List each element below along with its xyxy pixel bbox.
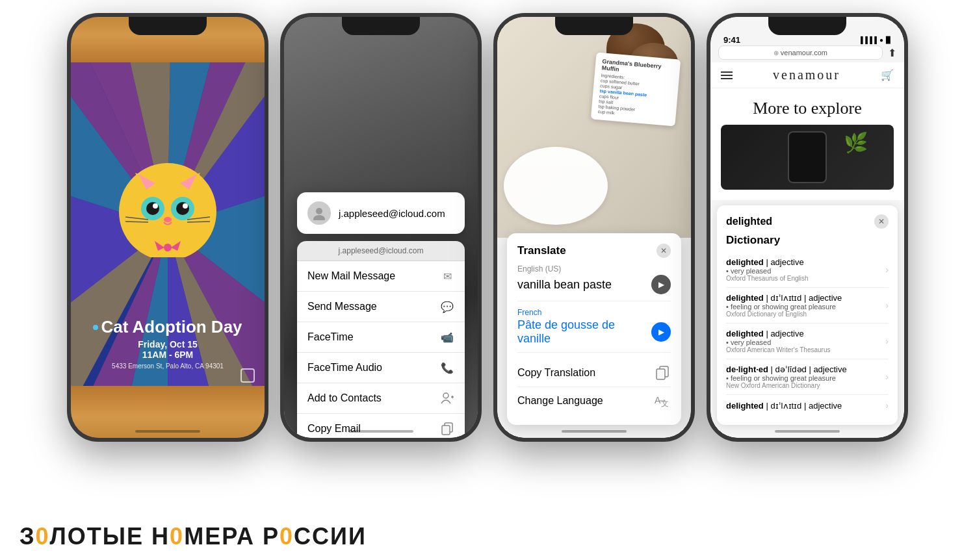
copy-email-icon: [441, 422, 454, 435]
chevron-icon5: ›: [885, 400, 889, 411]
send-message-label: Send Message: [307, 301, 377, 312]
phone3: Grandma's Blueberry Muffin Ingredients: …: [493, 13, 695, 442]
phone-in-hero: [788, 131, 827, 183]
svg-line-32: [187, 222, 210, 222]
person-add-icon: [441, 392, 454, 405]
source-text-row: vanilla bean paste ▶: [517, 275, 671, 294]
cat-illustration: [106, 121, 229, 257]
copy-email-label: Copy Email: [307, 423, 361, 435]
message-icon: 💬: [440, 299, 454, 314]
share-button[interactable]: ⬆: [888, 47, 896, 59]
event-title: Cat Adoption Day: [101, 318, 242, 337]
phone4-screen: 9:41 ▐▐▐▐ ● ▉ ⊕ venamour.com ⬆: [710, 17, 904, 438]
copy-translation-action[interactable]: Copy Translation: [517, 359, 671, 387]
svg-point-27: [183, 203, 188, 209]
dict-entry-2[interactable]: delighted | dɪˈlʌɪtɪd | adjective • feel…: [726, 288, 889, 324]
change-language-icon: A 文: [654, 392, 671, 409]
notch4: [768, 17, 846, 35]
entry3-source: Oxford American Writer's Thesaurus: [726, 346, 830, 353]
phones-area: Cat Adoption Day Friday, Oct 15 11AM - 6…: [0, 0, 975, 515]
menu-item-new-mail[interactable]: New Mail Message ✉: [297, 261, 465, 292]
footer-z: З: [20, 523, 36, 550]
chevron-icon4: ›: [885, 372, 889, 382]
event-time: 11AM - 6PM: [77, 350, 258, 360]
hamburger-menu[interactable]: [721, 71, 733, 79]
chevron-icon: ›: [885, 264, 889, 275]
email-card[interactable]: j.appleseed@icloud.com: [297, 192, 465, 234]
change-language-action[interactable]: Change Language A 文: [517, 387, 671, 414]
cart-icon[interactable]: 🛒: [881, 69, 894, 81]
phone4-wrapper: 9:41 ▐▐▐▐ ● ▉ ⊕ venamour.com ⬆: [707, 13, 908, 442]
footer-text: З0ЛОТЫЕ Н0МЕРА Р0ССИИ: [20, 523, 367, 550]
add-contacts-label: Add to Contacts: [307, 392, 382, 404]
dict-entry-4[interactable]: de·light·ed | dəˈlīdəd | adjective • fee…: [726, 359, 889, 395]
copy-translation-label: Copy Translation: [517, 367, 595, 379]
menu-item-facetime-audio[interactable]: FaceTime Audio 📞: [297, 353, 465, 383]
menu-item-add-contacts[interactable]: Add to Contacts: [297, 383, 465, 414]
entry2-def: • feeling or showing great pleasure: [726, 303, 842, 311]
entry4-source: New Oxford American Dictionary: [726, 382, 847, 389]
change-language-label: Change Language: [517, 395, 603, 407]
home-indicator2[interactable]: [348, 430, 413, 433]
dict-entry-1[interactable]: delighted | adjective • very pleased Oxf…: [726, 252, 889, 288]
dict-header: delighted ✕: [726, 214, 889, 229]
chevron-icon2: ›: [885, 300, 889, 311]
battery-icon: ▉: [886, 36, 891, 44]
phone1-screen: Cat Adoption Day Friday, Oct 15 11AM - 6…: [71, 17, 265, 438]
menu-item-copy-email[interactable]: Copy Email: [297, 414, 465, 438]
hamburger-line3: [721, 78, 733, 79]
entry3-def: • very pleased: [726, 338, 830, 346]
new-mail-label: New Mail Message: [307, 270, 395, 282]
divider2: [517, 352, 671, 353]
home-indicator4[interactable]: [775, 430, 840, 433]
source-text: vanilla bean paste: [517, 278, 612, 292]
entry4-def: • feeling or showing great pleasure: [726, 374, 847, 382]
footer-ssii: ССИИ: [294, 523, 367, 550]
dict-entry-3[interactable]: delighted | adjective • very pleased Oxf…: [726, 324, 889, 359]
svg-line-30: [125, 222, 148, 222]
phone2-wrapper: j.appleseed@icloud.com j.appleseed@iclou…: [280, 13, 482, 442]
browser-url[interactable]: ⊕ venamour.com: [718, 45, 883, 60]
phone2-screen: j.appleseed@icloud.com j.appleseed@iclou…: [284, 17, 478, 438]
footer-mera: МЕРА Р: [184, 523, 280, 550]
hamburger-line1: [721, 71, 733, 73]
play-source-button[interactable]: ▶: [651, 275, 671, 294]
home-indicator1[interactable]: [135, 430, 200, 433]
dict-close-button[interactable]: ✕: [874, 214, 889, 229]
phone1-text-area: Cat Adoption Day Friday, Oct 15 11AM - 6…: [71, 311, 265, 376]
status-time: 9:41: [723, 35, 740, 45]
facetime-label: FaceTime: [307, 331, 354, 343]
dict-entry-5[interactable]: delighted | dɪˈlʌɪtɪd | adjective ›: [726, 395, 889, 416]
entry4-word: de·light·ed | dəˈlīdəd | adjective: [726, 364, 847, 374]
avatar-icon: [312, 206, 326, 220]
translate-close-button[interactable]: ✕: [656, 244, 671, 258]
event-date: Friday, Oct 15: [77, 339, 258, 350]
phone3-screen: Grandma's Blueberry Muffin Ingredients: …: [497, 17, 691, 438]
menu-item-send-message[interactable]: Send Message 💬: [297, 292, 465, 322]
dict-section-title: Dictionary: [726, 234, 889, 247]
menu-item-facetime[interactable]: FaceTime 📹: [297, 322, 465, 353]
facetime-icon: 📹: [440, 330, 454, 344]
email-display: j.appleseed@icloud.com: [339, 208, 445, 219]
entry2-word: delighted | dɪˈlʌɪtɪd | adjective: [726, 293, 842, 303]
notch3: [555, 17, 633, 35]
svg-point-35: [164, 244, 172, 251]
svg-point-28: [164, 217, 172, 222]
play-target-button[interactable]: ▶: [651, 322, 671, 342]
hero-image: 🌿: [721, 125, 894, 190]
screenshot-icon: [240, 368, 255, 383]
source-lang-label: English (US): [517, 264, 671, 274]
dictionary-panel: delighted ✕ Dictionary delighted | adjec…: [717, 205, 898, 425]
entry5-word: delighted | dɪˈlʌɪtɪd | adjective: [726, 401, 842, 411]
svg-point-37: [313, 215, 325, 220]
dict-word: delighted: [726, 216, 772, 227]
entry1-word: delighted | adjective: [726, 257, 809, 267]
wifi-icon: ●: [879, 36, 883, 44]
entry1-source: Oxford Thesaurus of English: [726, 275, 809, 282]
target-text: Pâte de gousse de vanille: [517, 318, 651, 346]
hamburger-line2: [721, 75, 733, 76]
event-address: 5433 Emerson St, Palo Alto, CA 94301: [77, 363, 258, 370]
svg-point-26: [153, 203, 158, 209]
site-logo[interactable]: venamour: [773, 68, 840, 83]
home-indicator3[interactable]: [562, 430, 627, 433]
